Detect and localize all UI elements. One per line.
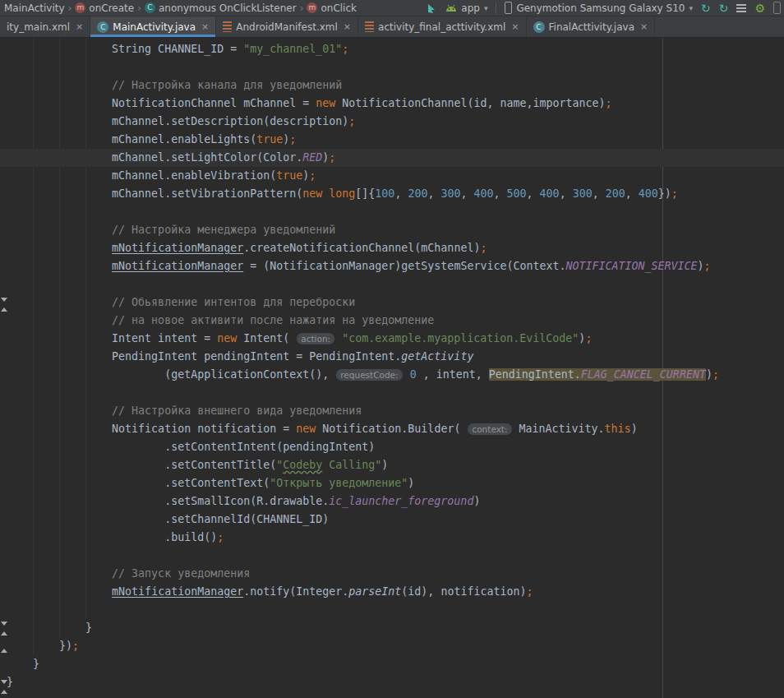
run-configuration-selector[interactable]: app ▾: [445, 2, 487, 14]
navigation-bar: MainActivity › m onCreate › C anonymous …: [0, 0, 784, 16]
toolbar-divider: [496, 2, 496, 14]
code-token: 400: [474, 187, 494, 200]
code-line[interactable]: [0, 547, 784, 565]
code-line[interactable]: String CHANNEL_ID = "my_channel_01";: [0, 40, 784, 58]
close-icon[interactable]: ×: [201, 21, 209, 32]
code-line[interactable]: [0, 203, 784, 221]
code-line[interactable]: (getApplicationContext(), requestCode: 0…: [0, 366, 784, 384]
code-line[interactable]: mNotificationManager = (NotificationMana…: [0, 257, 784, 275]
code-token: (getApplicationContext(),: [7, 368, 335, 381]
code-line[interactable]: [0, 601, 784, 619]
fold-marker-icon[interactable]: [1, 298, 7, 302]
code-token: [7, 260, 112, 272]
list-icon[interactable]: [736, 4, 746, 12]
code-token: ;: [72, 640, 79, 652]
code-line[interactable]: mNotificationManager.notify(Integer.pars…: [0, 583, 784, 601]
tab-label: AndroidManifest.xml: [236, 21, 338, 33]
fold-marker-icon[interactable]: [1, 649, 7, 653]
code-token: .setContentTitle(: [7, 459, 276, 471]
code-line[interactable]: }: [0, 655, 784, 673]
code-line[interactable]: mChannel.setVibrationPattern(new long[]{…: [0, 185, 784, 203]
code-token: [404, 368, 410, 381]
breadcrumb-oncreate[interactable]: m onCreate: [72, 2, 136, 14]
tab-finalacttivity-java[interactable]: C FinalActtivity.java ×: [527, 16, 656, 37]
tab-activity-main-xml[interactable]: ity_main.xml ×: [0, 16, 90, 37]
code-line[interactable]: // Настройка менеджера уведомлений: [0, 221, 784, 239]
device-selector[interactable]: Genymotion Samsung Galaxy S10 ▾: [505, 2, 693, 14]
code-token: long: [329, 187, 355, 200]
code-line[interactable]: .setContentTitle("Codeby Calling"): [0, 456, 784, 474]
fold-marker-icon[interactable]: [1, 680, 7, 684]
code-token: 200: [606, 187, 625, 200]
tab-mainactivity-java[interactable]: C MainActivity.java ×: [90, 16, 216, 37]
fold-marker-icon[interactable]: [1, 690, 7, 694]
breadcrumb-anonymous-class[interactable]: C anonymous OnClickListener: [142, 2, 299, 14]
code-line[interactable]: mChannel.setDescription(description);: [0, 113, 784, 131]
code-token: ;: [713, 368, 719, 381]
code-token: ,: [427, 187, 440, 200]
close-icon[interactable]: ×: [511, 21, 519, 32]
method-icon: m: [75, 2, 85, 13]
code-token: , intent,: [417, 368, 489, 381]
code-line[interactable]: .setContentIntent(pendingIntent): [0, 438, 784, 456]
code-line[interactable]: mChannel.setLightColor(Color.RED);: [0, 149, 784, 167]
fold-marker-icon[interactable]: [1, 631, 7, 636]
code-token: mChannel.setLightColor(Color.: [7, 151, 302, 164]
code-line[interactable]: });: [0, 637, 784, 655]
code-token: 200: [408, 187, 427, 200]
code-line[interactable]: NotificationChannel mChannel = new Notif…: [0, 95, 784, 113]
tab-activity-final-acttivity-xml[interactable]: activity_final_acttivity.xml ×: [358, 16, 526, 37]
code-line[interactable]: // Обьявление интентов для переброски: [0, 294, 784, 312]
close-icon[interactable]: ×: [76, 21, 83, 32]
code-token: .notify(Integer.: [243, 585, 348, 598]
code-token: .build(): [7, 531, 217, 543]
run-configuration-label: app: [461, 2, 480, 14]
code-line[interactable]: Notification notification = new Notifica…: [0, 420, 784, 438]
code-token: 300: [440, 187, 460, 200]
code-line[interactable]: // Настройка внешнего вида уведомления: [0, 402, 784, 420]
code-line[interactable]: }: [0, 673, 784, 691]
close-icon[interactable]: ×: [640, 21, 648, 32]
code-line[interactable]: [0, 384, 784, 402]
device-manager-icon[interactable]: [773, 2, 781, 14]
code-token: ,: [494, 187, 507, 200]
code-line[interactable]: .build();: [0, 529, 784, 547]
java-class-icon: C: [533, 21, 545, 33]
code-line[interactable]: // Настройка канала для уведомлений: [0, 76, 784, 95]
fold-marker-icon[interactable]: [1, 307, 7, 312]
code-line[interactable]: // на новое активити после нажатия на ув…: [0, 312, 784, 330]
code-line[interactable]: // Запуск уведомления: [0, 565, 784, 583]
code-line[interactable]: PendingIntent pendingIntent = PendingInt…: [0, 348, 784, 366]
apply-code-changes-icon[interactable]: ↻: [719, 2, 729, 14]
code-line[interactable]: [0, 58, 784, 76]
code-line[interactable]: }: [0, 619, 784, 637]
code-line[interactable]: mNotificationManager.createNotificationC…: [0, 239, 784, 257]
chevron-right-icon: ›: [299, 2, 305, 14]
code-token: parseInt: [348, 585, 401, 598]
sdk-manager-gear-icon[interactable]: ⚙: [754, 2, 765, 14]
breadcrumb-onclick[interactable]: m onClick: [304, 2, 359, 14]
code-line[interactable]: mChannel.enableLights(true);: [0, 131, 784, 149]
close-icon[interactable]: ×: [344, 21, 351, 32]
breadcrumb-label: onClick: [321, 2, 357, 14]
code-line[interactable]: Intent intent = new Intent( action: "com…: [0, 330, 784, 348]
pointer-icon[interactable]: [426, 2, 437, 14]
code-line[interactable]: .setContentText("Открыть уведомление"): [0, 474, 784, 492]
breadcrumb-mainactivity[interactable]: MainActivity: [2, 2, 67, 14]
android-xml-icon: [365, 21, 374, 32]
code-token: Calling": [322, 459, 381, 471]
code-token: // на новое активити после нажатия на ув…: [7, 314, 434, 326]
code-editor[interactable]: String CHANNEL_ID = "my_channel_01"; // …: [0, 38, 784, 698]
code-token: true: [256, 133, 283, 146]
code-token: Intent intent =: [7, 332, 217, 344]
code-line[interactable]: mChannel.enableVibration(true);: [0, 167, 784, 185]
code-token: getActivity: [401, 350, 473, 363]
code-line[interactable]: .setChannelId(CHANNEL_ID): [0, 511, 784, 529]
tab-androidmanifest-xml[interactable]: AndroidManifest.xml ×: [216, 16, 358, 37]
code-line[interactable]: [0, 275, 784, 294]
code-token: = (NotificationManager)getSystemService(…: [243, 260, 565, 272]
apply-changes-icon[interactable]: ↻: [701, 2, 711, 14]
fold-marker-icon[interactable]: [1, 622, 7, 626]
code-line[interactable]: .setSmallIcon(R.drawable.ic_launcher_for…: [0, 492, 784, 511]
code-token: .setChannelId(CHANNEL_ID): [7, 513, 329, 525]
